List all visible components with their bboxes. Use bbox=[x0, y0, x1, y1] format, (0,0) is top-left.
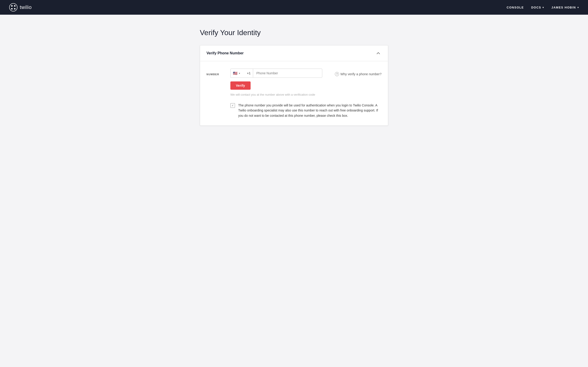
number-row: NUMBER 🇺🇸 ▾ +1 bbox=[207, 69, 381, 81]
country-selector[interactable]: 🇺🇸 ▾ bbox=[230, 69, 245, 78]
why-verify-link[interactable]: ? Why verify a phone number? bbox=[335, 70, 381, 76]
logo-text: twilio bbox=[20, 4, 32, 10]
question-mark-icon: ? bbox=[335, 72, 339, 76]
verify-button[interactable]: Verify bbox=[230, 81, 251, 90]
page-title: Verify Your Identity bbox=[200, 28, 388, 37]
checkbox-label: The phone number you provide will be use… bbox=[238, 103, 381, 118]
main-content: Verify Your Identity Verify Phone Number… bbox=[191, 15, 397, 140]
card-body: NUMBER 🇺🇸 ▾ +1 bbox=[200, 61, 388, 125]
checkbox-check-icon: ✓ bbox=[232, 104, 234, 107]
flag-icon: 🇺🇸 bbox=[233, 71, 237, 75]
phone-number-input[interactable] bbox=[253, 69, 322, 78]
verify-phone-card: Verify Phone Number NUMBER 🇺🇸 bbox=[200, 45, 388, 126]
docs-link[interactable]: DOCS ▾ bbox=[531, 6, 544, 9]
docs-chevron-down-icon: ▾ bbox=[543, 6, 544, 9]
user-menu[interactable]: James Hobin ▾ bbox=[552, 6, 579, 9]
user-name: James Hobin bbox=[552, 6, 576, 9]
svg-point-3 bbox=[11, 8, 13, 9]
svg-point-1 bbox=[11, 5, 13, 7]
svg-point-2 bbox=[14, 5, 15, 7]
country-chevron-down-icon: ▾ bbox=[239, 72, 240, 75]
twilio-logo-icon bbox=[9, 3, 17, 11]
input-and-why: 🇺🇸 ▾ +1 ? Why verify a phone number? bbox=[230, 69, 381, 78]
country-code: +1 bbox=[245, 69, 253, 78]
chevron-up-icon bbox=[376, 51, 380, 56]
opt-out-checkbox[interactable]: ✓ bbox=[230, 103, 235, 108]
logo[interactable]: twilio bbox=[9, 3, 32, 11]
console-link[interactable]: CONSOLE bbox=[507, 6, 524, 9]
user-chevron-down-icon: ▾ bbox=[578, 6, 579, 9]
checkbox-row: ✓ The phone number you provide will be u… bbox=[230, 103, 381, 118]
card-header: Verify Phone Number bbox=[200, 45, 388, 61]
svg-point-0 bbox=[9, 3, 17, 11]
phone-input-group: 🇺🇸 ▾ +1 bbox=[230, 69, 322, 78]
number-label: NUMBER bbox=[207, 71, 225, 76]
collapse-button[interactable] bbox=[375, 50, 381, 56]
card-header-title: Verify Phone Number bbox=[207, 51, 244, 55]
form-actions: Verify bbox=[230, 81, 381, 90]
nav-links: CONSOLE DOCS ▾ James Hobin ▾ bbox=[507, 6, 579, 9]
svg-point-4 bbox=[14, 8, 15, 9]
why-verify-text: Why verify a phone number? bbox=[340, 72, 381, 76]
helper-text: We will contact you at the number above … bbox=[230, 93, 381, 96]
navbar: twilio CONSOLE DOCS ▾ James Hobin ▾ bbox=[0, 0, 588, 15]
